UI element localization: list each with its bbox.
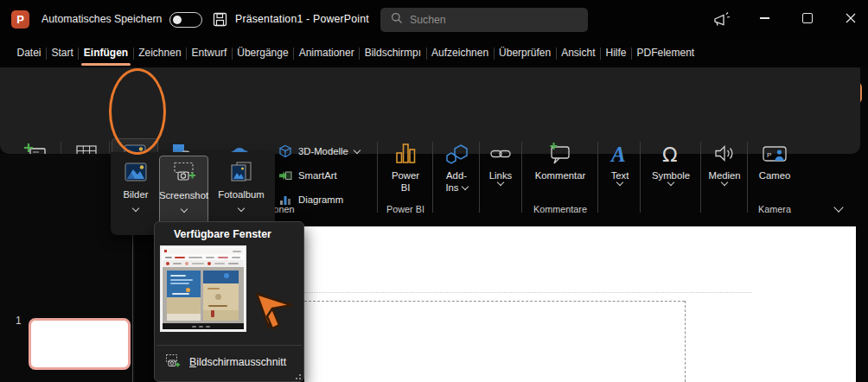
tab-bildschirmpraesentation[interactable]: Bildschirmpı — [360, 39, 425, 67]
tab-zeichnen[interactable]: Zeichnen — [134, 39, 186, 67]
3d-models-button[interactable]: 3D-Modelle — [278, 140, 375, 162]
tab-animationen[interactable]: Animationer — [294, 39, 359, 67]
chevron-down-icon — [354, 147, 361, 154]
chevron-down-icon — [132, 205, 139, 212]
photo-album-icon — [228, 156, 254, 188]
group-separator — [479, 142, 480, 213]
smartart-label: SmartArt — [298, 170, 337, 181]
tab-hilfe[interactable]: Hilfe — [601, 39, 631, 67]
search-input[interactable]: Suchen — [380, 8, 588, 32]
window-preview — [163, 248, 244, 329]
search-placeholder: Suchen — [410, 14, 446, 26]
cursor-arrow-annotation — [253, 290, 298, 344]
logo-letter: P — [16, 13, 24, 26]
smartart-button[interactable]: SmartArt — [278, 164, 375, 187]
cameo-label: Cameo — [759, 169, 790, 181]
power-bi-label-2: BI — [401, 181, 411, 194]
screenshot-icon — [171, 156, 197, 189]
document-title: Präsentation1 - PowerPoint — [235, 0, 369, 39]
tab-uebergaenge[interactable]: Übergänge — [233, 39, 293, 67]
available-window-thumbnail[interactable] — [160, 245, 246, 332]
power-bi-label-1: Power — [392, 169, 419, 181]
group-label-camera: Kamera — [749, 202, 801, 216]
comment-label: Kommentar — [535, 169, 585, 181]
comment-button[interactable]: Kommentar — [526, 138, 595, 181]
tab-ansicht[interactable]: Ansicht — [557, 39, 600, 67]
svg-text:A: A — [610, 143, 626, 166]
chevron-down-icon — [461, 183, 468, 190]
close-icon — [846, 13, 856, 23]
minimize-button[interactable] — [745, 0, 783, 36]
add-ins-label-1: Add- — [446, 169, 467, 181]
text-button[interactable]: A Text — [603, 138, 637, 185]
document-page-left — [167, 271, 201, 321]
picture-icon — [124, 156, 148, 188]
group-label-comments: Kommentare — [524, 202, 597, 216]
placeholder-border-right — [685, 301, 686, 382]
tab-entwurf[interactable]: Entwurf — [187, 39, 232, 67]
toggle-knob — [173, 16, 182, 24]
screen-clipping-icon — [165, 353, 181, 372]
power-bi-icon — [393, 138, 418, 169]
dropdown-photoalbum-label: Fotoalbum — [218, 188, 264, 201]
group-separator — [640, 142, 641, 213]
dropdown-screenshot-button[interactable]: Screenshot — [159, 156, 208, 232]
document-page-right — [203, 271, 239, 321]
link-icon — [489, 138, 512, 169]
resize-grip[interactable] — [296, 374, 297, 376]
placeholder-border-dotted — [304, 292, 752, 293]
placeholder-border-top — [304, 301, 685, 302]
group-separator — [597, 142, 598, 213]
text-a-icon: A — [608, 138, 632, 169]
powerpoint-logo-icon[interactable]: P — [11, 10, 29, 29]
group-separator — [377, 142, 378, 213]
group-label-powerbi: Power BI — [380, 202, 431, 216]
new-comment-icon — [548, 138, 572, 169]
speaker-icon — [713, 138, 736, 169]
slide-thumbnail[interactable] — [29, 318, 131, 370]
autosave-toggle[interactable] — [169, 12, 202, 28]
slide-number: 1 — [16, 315, 22, 327]
add-ins-icon — [444, 138, 469, 169]
dropdown-pictures-button[interactable]: Bilder — [115, 156, 156, 232]
ribbon-tab-row: Datei Start Einfügen Zeichnen Entwurf Üb… — [0, 39, 868, 67]
screen-clipping-label: Bildschirmausschnitt — [189, 356, 286, 368]
collapse-ribbon-button[interactable] — [835, 199, 842, 214]
group-separator — [521, 142, 522, 213]
title-bar: P Automatisches Speichern Präsentation1 … — [0, 0, 868, 39]
minimize-icon — [760, 17, 769, 18]
flyout-title: Verfügbare Fenster — [174, 228, 271, 240]
add-ins-button[interactable]: Add- Ins — [437, 138, 476, 194]
tab-ueberpruefen[interactable]: Überprüfen — [495, 39, 556, 67]
tab-bar: Datei Start Einfügen Zeichnen Entwurf Üb… — [12, 39, 699, 67]
omega-icon: Ω — [659, 138, 683, 169]
ribbon: Neue Folie Tabelle Bilder Formen — [0, 67, 860, 154]
chevron-down-icon — [180, 206, 187, 213]
power-bi-button[interactable]: Power BI — [382, 138, 429, 194]
media-button[interactable]: Medien — [705, 138, 744, 185]
tab-einfuegen[interactable]: Einfügen — [79, 39, 132, 67]
save-icon[interactable] — [213, 12, 227, 30]
group-separator — [700, 142, 701, 213]
dropdown-photoalbum-button[interactable]: Fotoalbum — [211, 156, 271, 232]
svg-text:Ω: Ω — [662, 143, 678, 166]
powerpoint-window: P Automatisches Speichern Präsentation1 … — [0, 0, 868, 382]
tab-pdfelement[interactable]: PDFelement — [632, 39, 699, 67]
tab-start[interactable]: Start — [47, 39, 78, 67]
symbols-button[interactable]: Ω Symbole — [644, 138, 698, 185]
tab-aufzeichnen[interactable]: Aufzeichnen — [427, 39, 494, 67]
feedback-megaphone-icon[interactable] — [707, 9, 737, 31]
add-ins-label-2: Ins — [445, 181, 458, 194]
cameo-button[interactable]: P Cameo — [751, 138, 798, 181]
svg-text:P: P — [767, 151, 771, 159]
maximize-button[interactable] — [788, 0, 827, 36]
screen-clipping-menu-item[interactable]: Bildschirmausschnitt — [155, 347, 303, 378]
group-separator — [747, 142, 748, 213]
tab-datei[interactable]: Datei — [12, 39, 46, 67]
links-button[interactable]: Links — [482, 138, 519, 185]
dropdown-screenshot-label: Screenshot — [159, 189, 208, 201]
close-button[interactable] — [832, 0, 868, 36]
slide-canvas[interactable] — [304, 226, 856, 382]
dropdown-pictures-label: Bilder — [124, 188, 149, 201]
3d-models-label: 3D-Modelle — [298, 146, 348, 156]
